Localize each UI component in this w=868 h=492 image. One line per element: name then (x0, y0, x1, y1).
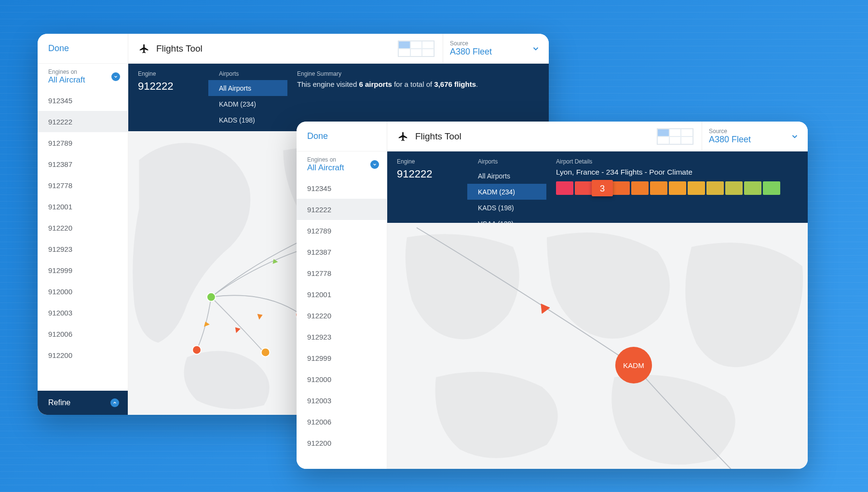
europe-map-icon: KADM (387, 223, 808, 469)
airport-list: All AirportsKADM (234)KADS (198)VCAA (12… (467, 168, 546, 232)
detail-text: Lyon, France - 234 Flights - Poor Climat… (556, 168, 798, 177)
chevron-down-icon (370, 160, 379, 169)
engine-item[interactable]: 912387 (38, 153, 128, 175)
engine-item[interactable]: 912006 (38, 323, 128, 344)
engine-item[interactable]: 912003 (38, 302, 128, 323)
engine-item[interactable]: 912789 (38, 132, 128, 153)
refine-button[interactable]: Refine (38, 391, 128, 415)
detail-column: Airport Details Lyon, France - 234 Fligh… (546, 151, 808, 223)
engine-item[interactable]: 912200 (297, 432, 387, 453)
heat-cell[interactable] (725, 181, 743, 195)
airport-item[interactable]: KADM (234) (467, 184, 546, 200)
heat-cell[interactable] (631, 181, 649, 195)
heat-cell[interactable] (669, 181, 686, 195)
title-area: Flights Tool (128, 34, 390, 63)
airport-item[interactable]: KADM (234) (208, 96, 287, 112)
engine-item[interactable]: 912923 (38, 238, 128, 260)
engine-item[interactable]: 912923 (297, 326, 387, 347)
heat-cell[interactable] (556, 181, 573, 195)
engine-item[interactable]: 912999 (297, 347, 387, 369)
engine-item[interactable]: 912999 (38, 260, 128, 281)
engine-item[interactable]: 912000 (297, 369, 387, 390)
aircraft-filter-dropdown[interactable]: Engines on All Aircraft (38, 64, 128, 90)
engine-item[interactable]: 912006 (297, 411, 387, 432)
svg-marker-3 (204, 322, 210, 327)
engine-item[interactable]: 912220 (297, 305, 387, 326)
summary-label: Engine Summary (297, 70, 539, 77)
grid-thumb-icon (398, 41, 434, 57)
engine-item[interactable]: 912003 (297, 390, 387, 411)
airport-item[interactable]: All Airports (467, 168, 546, 184)
sidebar: Engines on All Aircraft 9123459122229127… (38, 64, 128, 415)
engine-label: Engine (138, 70, 199, 77)
heat-cell[interactable] (650, 181, 667, 195)
grid-thumb-icon (657, 128, 693, 145)
source-value: A380 Fleet (709, 135, 751, 145)
source-label: Source (709, 128, 751, 135)
aircraft-filter-dropdown[interactable]: Engines on All Aircraft (297, 151, 387, 178)
heat-cell[interactable]: 3 (592, 180, 613, 196)
airports-column: Airports All AirportsKADM (234)KADS (198… (467, 151, 546, 223)
engine-item[interactable]: 912222 (38, 111, 128, 132)
engine-item[interactable]: 912001 (38, 196, 128, 217)
engine-item[interactable]: 912200 (38, 344, 128, 366)
engine-value: 912222 (397, 168, 458, 180)
route-arrow-icon (541, 304, 550, 314)
chevron-down-icon (790, 132, 799, 141)
engine-item[interactable]: 912220 (38, 217, 128, 238)
airport-map[interactable]: KADM (387, 223, 808, 469)
done-label: Done (307, 131, 328, 141)
source-dropdown[interactable]: Source A380 Fleet (443, 34, 549, 63)
svg-point-4 (207, 293, 216, 301)
svg-point-7 (192, 345, 201, 354)
done-button[interactable]: Done (38, 34, 128, 63)
engines-on-label: Engines on (307, 156, 344, 163)
engine-item[interactable]: 912789 (297, 220, 387, 241)
airports-label: Airports (467, 158, 546, 165)
top-bar: Done Flights Tool Source A380 Fleet (38, 34, 549, 64)
airport-item[interactable]: KADS (198) (467, 200, 546, 216)
engine-item[interactable]: 912778 (297, 262, 387, 284)
heat-cell[interactable] (744, 181, 761, 195)
engine-list: 9123459122229127899123879127789120019122… (38, 90, 128, 391)
svg-text:KADM: KADM (623, 361, 644, 369)
aircraft-filter-value: All Aircraft (48, 75, 85, 85)
engine-item[interactable]: 912387 (297, 241, 387, 262)
heat-cell[interactable] (612, 181, 630, 195)
title-area: Flights Tool (387, 122, 649, 151)
airports-column: Airports All AirportsKADM (234)KADS (198… (208, 64, 287, 131)
engine-item[interactable]: 912778 (38, 175, 128, 196)
engine-column: Engine 912222 (128, 64, 208, 131)
airport-item[interactable]: All Airports (208, 80, 287, 96)
tool-title: Flights Tool (415, 131, 461, 142)
engine-item[interactable]: 912345 (38, 90, 128, 111)
chevron-up-icon (110, 398, 119, 407)
airport-item[interactable]: KADS (198) (208, 112, 287, 128)
heat-cell[interactable] (706, 181, 724, 195)
svg-point-6 (261, 348, 270, 356)
chevron-down-icon (111, 72, 120, 81)
done-button[interactable]: Done (297, 122, 387, 151)
source-dropdown[interactable]: Source A380 Fleet (702, 122, 808, 151)
aircraft-filter-value: All Aircraft (307, 163, 344, 173)
engine-column: Engine 912222 (387, 151, 467, 223)
engine-item[interactable]: 912222 (297, 199, 387, 220)
view-thumbnail[interactable] (649, 122, 702, 151)
svg-marker-2 (235, 328, 241, 333)
heat-cell[interactable] (763, 181, 780, 195)
flights-panel-front: Done Flights Tool Source A380 Fleet (297, 122, 808, 469)
source-value: A380 Fleet (450, 47, 492, 57)
engine-item[interactable]: 912345 (297, 178, 387, 199)
summary-column: Engine Summary This engine visited 6 air… (287, 64, 549, 131)
engine-item[interactable]: 912000 (38, 281, 128, 302)
airport-marker[interactable]: KADM (615, 347, 652, 383)
refine-label: Refine (48, 398, 70, 407)
engine-item[interactable]: 912001 (297, 284, 387, 305)
heat-cell[interactable] (688, 181, 705, 195)
engine-header: Engine 912222 Airports All AirportsKADM … (387, 151, 808, 223)
main-pane: Engine 912222 Airports All AirportsKADM … (387, 151, 808, 469)
climate-heat-scale: 3 (556, 181, 798, 195)
heat-cell[interactable] (575, 181, 592, 195)
sidebar: Engines on All Aircraft 9123459122229127… (297, 151, 387, 469)
view-thumbnail[interactable] (390, 34, 443, 63)
